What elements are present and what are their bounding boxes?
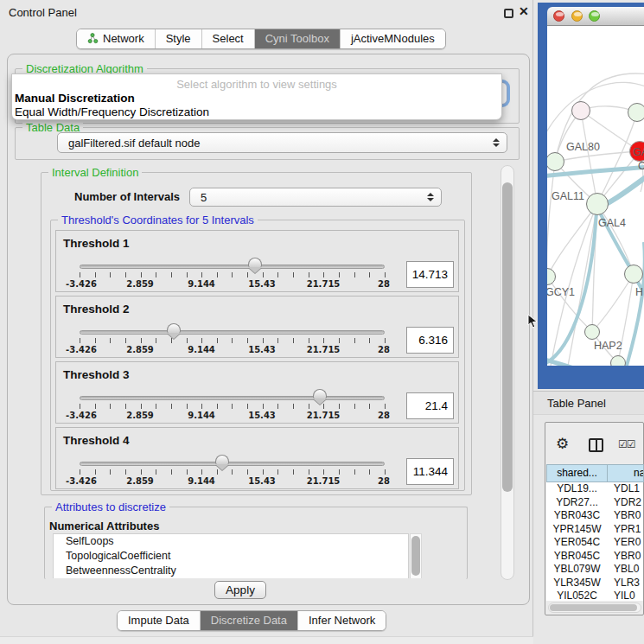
stepper-arrows-icon xyxy=(489,138,503,147)
tab-cyni-toolbox[interactable]: Cyni Toolbox xyxy=(255,29,341,48)
screen: Control Panel ✕ Network Style Select Cyn… xyxy=(0,0,644,644)
network-icon xyxy=(87,33,99,44)
column-header-shared[interactable]: shared... xyxy=(546,464,608,482)
number-of-intervals-label: Number of Intervals xyxy=(74,190,180,203)
zoom-traffic-light-icon[interactable] xyxy=(589,10,600,22)
close-icon[interactable]: ✕ xyxy=(519,4,529,18)
list-item[interactable]: SelfLoops xyxy=(54,534,408,549)
group-title: Interval Definition xyxy=(48,166,142,179)
cyni-toolbox-panel: Discretization Algorithm Select algorith… xyxy=(7,54,530,605)
numerical-attributes-label: Numerical Attributes xyxy=(49,520,159,532)
list-item[interactable]: BetweennessCentrality xyxy=(54,564,408,578)
list-item[interactable]: TopologicalCoefficient xyxy=(54,549,408,564)
table-row[interactable]: YER054CYER0 xyxy=(546,536,643,550)
tab-style[interactable]: Style xyxy=(156,29,202,48)
tab-jactivemnodules[interactable]: jActiveMNodules xyxy=(341,29,445,48)
threshold-3-panel: Threshold 3 -3.426 2.859 9.144 15.43 21.… xyxy=(55,361,459,424)
slider-scale: -3.426 2.859 9.144 15.43 21.715 28 xyxy=(56,411,458,421)
node-label: GAL80 xyxy=(566,141,600,153)
tab-impute-data[interactable]: Impute Data xyxy=(118,611,201,630)
threshold-3-slider-track[interactable] xyxy=(80,396,385,400)
threshold-2-value-field[interactable]: 6.316 xyxy=(406,327,454,354)
window-title: Control Panel xyxy=(9,6,77,19)
node-label: H xyxy=(635,286,643,298)
popup-hint: Select algorithm to view settings xyxy=(12,78,501,91)
top-tab-bar: Network Style Select Cyni Toolbox jActiv… xyxy=(76,29,446,49)
bottom-tab-bar: Impute Data Discretize Data Infer Networ… xyxy=(117,610,386,631)
numerical-attributes-list[interactable]: SelfLoops TopologicalCoefficient Between… xyxy=(53,533,409,578)
threshold-2-slider-handle[interactable] xyxy=(167,323,181,333)
mouse-cursor xyxy=(527,314,538,329)
control-panel-window: Control Panel ✕ Network Style Select Cyn… xyxy=(0,0,533,637)
slider-scale: -3.426 2.859 9.144 15.43 21.715 28 xyxy=(56,476,458,487)
node-label: GAL11 xyxy=(552,190,584,202)
slider-scale: -3.426 2.859 9.144 15.43 21.715 28 xyxy=(56,345,458,355)
panel-scrollbar-thumb[interactable] xyxy=(502,182,513,492)
node-pink[interactable] xyxy=(571,101,590,120)
right-panel: GAL80 GA GAL11 C GAL4 GCY1 H HAP2 Table … xyxy=(533,0,644,644)
table-horizontal-scrollbar[interactable] xyxy=(548,603,641,613)
apply-button[interactable]: Apply xyxy=(214,581,266,599)
popup-option-manual[interactable]: Manual Discretization xyxy=(15,92,135,105)
node-bottom-partial[interactable] xyxy=(610,355,626,366)
node-h[interactable] xyxy=(624,265,643,284)
table-row[interactable]: YPR145WYPR1 xyxy=(546,523,643,537)
minimize-traffic-light-icon[interactable] xyxy=(571,10,583,22)
table-panel-frame: ⚙ ☑☑ shared... na YDL19...YDL1 YDR27...Y… xyxy=(545,422,644,615)
panel-scrollbar[interactable] xyxy=(501,165,514,580)
slider-scale: -3.426 2.859 9.144 15.43 21.715 28 xyxy=(56,279,458,290)
control-panel-titlebar: Control Panel ✕ xyxy=(0,0,532,24)
gear-icon[interactable]: ⚙ xyxy=(556,435,569,453)
split-view-icon[interactable] xyxy=(589,438,603,452)
node-gal4[interactable] xyxy=(586,193,609,215)
table-header: shared... na xyxy=(546,464,644,482)
attributes-list-scrollbar[interactable] xyxy=(410,533,422,578)
network-window-titlebar[interactable] xyxy=(547,7,644,26)
threshold-4-panel: Threshold 4 -3.426 2.859 9.144 15.43 21.… xyxy=(55,427,459,489)
column-checkbox-icons[interactable]: ☑☑ xyxy=(618,438,635,450)
float-window-icon[interactable] xyxy=(504,9,513,18)
tab-select[interactable]: Select xyxy=(202,29,255,48)
table-row[interactable]: YLR345WYLR3 xyxy=(546,577,643,590)
table-row[interactable]: YBL079WYBL0 xyxy=(546,563,643,577)
tab-discretize-data[interactable]: Discretize Data xyxy=(201,611,298,630)
threshold-4-value-field[interactable]: 11.344 xyxy=(406,458,454,485)
table-row[interactable]: YBR045CYBR0 xyxy=(546,550,643,564)
table-data-combo[interactable]: galFiltered.sif default node xyxy=(57,132,507,153)
popup-option-equal-width[interactable]: Equal Width/Frequency Discretization xyxy=(15,105,209,118)
node-label: GCY1 xyxy=(547,286,575,298)
node-green-topright[interactable] xyxy=(628,103,644,122)
node-hap2[interactable] xyxy=(584,324,600,340)
group-title: Attributes to discretize xyxy=(52,501,169,513)
threshold-4-slider-track[interactable] xyxy=(80,462,385,466)
node-label: C xyxy=(638,160,644,172)
tab-infer-network[interactable]: Infer Network xyxy=(298,611,386,630)
table-body[interactable]: YDL19...YDL1 YDR27...YDR2 YBR043CYBR0 YP… xyxy=(546,482,643,601)
threshold-1-slider-track[interactable] xyxy=(80,265,385,269)
node-label: GA xyxy=(633,146,644,158)
table-row[interactable]: YDL19...YDL1 xyxy=(546,482,643,496)
threshold-3-slider-handle[interactable] xyxy=(313,389,327,399)
tab-label: Network xyxy=(103,32,144,45)
close-traffic-light-icon[interactable] xyxy=(553,10,564,22)
tick-marks xyxy=(80,272,386,277)
network-view-window: GAL80 GA GAL11 C GAL4 GCY1 H HAP2 xyxy=(538,3,644,389)
threshold-2-slider-track[interactable] xyxy=(80,330,385,335)
number-of-intervals-combo[interactable]: 5 xyxy=(189,188,442,207)
node-label: HAP2 xyxy=(594,340,622,352)
table-row[interactable]: YIL052CYIL0 xyxy=(546,590,643,601)
group-title: Threshold's Coordinates for 5 Intervals xyxy=(58,214,258,226)
threshold-3-value-field[interactable]: 21.4 xyxy=(406,392,454,419)
tick-marks xyxy=(80,469,386,475)
column-header-name[interactable]: na xyxy=(608,464,644,482)
network-canvas[interactable]: GAL80 GA GAL11 C GAL4 GCY1 H HAP2 xyxy=(547,26,644,366)
table-panel-titlebar: Table Panel xyxy=(533,391,644,415)
tab-network[interactable]: Network xyxy=(77,29,156,48)
threshold-4-slider-handle[interactable] xyxy=(215,455,229,464)
table-row[interactable]: YBR043CYBR0 xyxy=(546,509,643,523)
threshold-1-slider-handle[interactable] xyxy=(248,258,262,267)
algorithm-dropdown-popup: Select algorithm to view settings Manual… xyxy=(11,73,502,120)
table-panel-title: Table Panel xyxy=(547,397,606,410)
table-row[interactable]: YDR27...YDR2 xyxy=(546,496,643,510)
threshold-1-value-field[interactable]: 14.713 xyxy=(406,261,454,288)
